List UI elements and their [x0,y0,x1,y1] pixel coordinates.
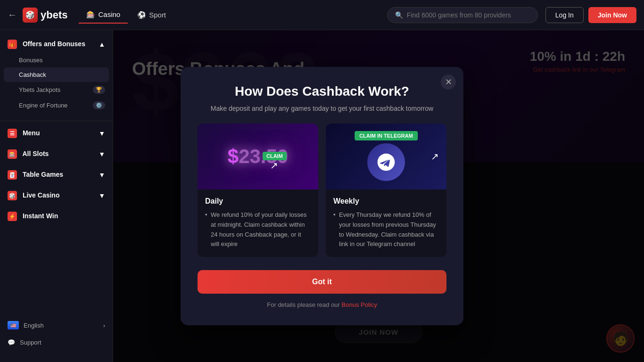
logo-icon: 🎲 [23,8,38,23]
sidebar-item-cashback[interactable]: Cashback [4,67,109,82]
casino-icon: 🎰 [86,10,95,19]
daily-type-label: Daily [205,197,311,206]
sidebar-item-fortune[interactable]: Engine of Fortune ⚙️ [0,98,113,113]
daily-card: $23.50 CLAIM ↗ Daily We refund 10% of yo… [198,123,318,257]
sport-label: Sport [149,11,166,19]
content-area: $000 Offers Bonuses And 10% in 1d : 22h … [113,30,644,362]
language-selector[interactable]: 🇺🇸 English › [0,316,113,334]
daily-card-image: $23.50 CLAIM ↗ [198,123,318,189]
sport-icon: ⚽ [137,11,146,19]
sidebar-bottom: 🇺🇸 English › 💬 Support [0,311,113,356]
weekly-card: CLAIM IN TELEGRAM ↗ Wee [326,123,446,257]
fortune-label: Engine of Fortune [19,102,67,109]
sidebar-item-bonuses[interactable]: Bonuses [0,53,113,67]
modal-close-button[interactable]: ✕ [441,74,456,90]
telegram-circle [367,143,405,181]
sidebar-section-slots: 🎰 All Slots ▼ [0,146,113,163]
jackpots-label: Ybets Jackpots [19,86,60,93]
language-flag: 🇺🇸 [8,321,19,329]
cashback-label: Cashback [19,71,46,78]
fortune-badge: ⚙️ [93,101,105,109]
join-now-button[interactable]: Join Now [588,7,636,23]
jackpots-badge: 🏆 [93,86,105,94]
got-it-button[interactable]: Got it [198,270,446,294]
slots-label: All Slots [22,150,49,157]
claim-badge: CLAIM [263,152,287,160]
sidebar-divider-1 [0,121,113,121]
live-icon: 🎲 [8,191,17,200]
search-icon: 🔍 [395,11,403,19]
sidebar: 🎁 Offers and Bonuses ▲ Bonuses Cashback … [0,30,113,362]
menu-label: Menu [23,129,40,137]
modal-title: How Does Cashback Work? [198,84,446,99]
casino-label: Casino [98,10,120,18]
nav-links: 🎰 Casino ⚽ Sport [79,7,173,24]
sidebar-section-header-live[interactable]: 🎲 Live Casino ▼ [0,187,113,204]
logo: 🎲 ybets [23,8,67,23]
search-bar[interactable]: 🔍 [387,7,538,23]
support-label: Support [20,339,41,346]
weekly-card-body: Weekly Every Thursday we refund 10% of y… [326,189,446,257]
language-label: English [24,322,44,329]
menu-icon: ☰ [8,129,17,138]
instant-label: Instant Win [23,212,58,220]
table-icon: 🃏 [8,170,17,180]
nav-link-casino[interactable]: 🎰 Casino [79,7,128,24]
sidebar-section-header-offers[interactable]: 🎁 Offers and Bonuses ▲ [0,36,113,53]
modal-subtitle: Make deposit and play any games today to… [198,105,446,112]
sidebar-item-jackpots[interactable]: Ybets Jackpots 🏆 [0,82,113,98]
chevron-down-icon-slots: ▼ [99,150,105,158]
auth-buttons: Log In Join Now [545,7,636,23]
sidebar-section-offers: 🎁 Offers and Bonuses ▲ Bonuses Cashback … [0,36,113,113]
sidebar-section-header-table[interactable]: 🃏 Table Games ▼ [0,166,113,183]
weekly-type-label: Weekly [333,197,439,206]
daily-bullet: We refund 10% of your daily losses at mi… [205,210,311,249]
support-link[interactable]: 💬 Support [0,334,113,351]
chevron-down-icon-live: ▼ [99,192,105,199]
sidebar-section-live: 🎲 Live Casino ▼ [0,187,113,204]
weekly-bullet: Every Thursday we refund 10% of your los… [333,210,439,249]
back-icon[interactable]: ← [8,9,17,20]
search-input[interactable] [407,11,529,19]
cursor-icon: ↗ [270,160,278,171]
top-navigation: ← 🎲 ybets 🎰 Casino ⚽ Sport 🔍 Log In Join… [0,0,644,30]
bonuses-label: Bonuses [19,57,43,64]
sidebar-section-menu: ☰ Menu ▼ [0,125,113,142]
modal-overlay: ✕ How Does Cashback Work? Make deposit a… [113,30,644,362]
dollar-sign: $ [228,145,239,167]
cursor-icon-weekly: ↗ [431,151,439,162]
modal-cards: $23.50 CLAIM ↗ Daily We refund 10% of yo… [198,123,446,257]
chevron-up-icon: ▲ [99,41,105,48]
sidebar-section-table: 🃏 Table Games ▼ [0,166,113,183]
slots-icon: 🎰 [8,149,17,159]
claim-telegram-badge: CLAIM IN TELEGRAM [355,131,418,140]
chevron-down-icon-table: ▼ [99,171,105,179]
sidebar-section-instant: ⚡ Instant Win [0,208,113,225]
modal-footer: For details please read our Bonus Policy [198,301,446,308]
chevron-right-icon: › [103,322,105,329]
weekly-card-image: CLAIM IN TELEGRAM ↗ [326,123,446,189]
login-button[interactable]: Log In [545,7,584,23]
footer-text: For details please read our [267,301,340,308]
instant-icon: ⚡ [8,212,17,221]
support-icon: 💬 [8,339,15,346]
sidebar-section-header-menu[interactable]: ☰ Menu ▼ [0,125,113,142]
sidebar-section-header-instant[interactable]: ⚡ Instant Win [0,208,113,225]
daily-card-body: Daily We refund 10% of your daily losses… [198,189,318,257]
offers-label: Offers and Bonuses [23,40,85,48]
sidebar-section-header-slots[interactable]: 🎰 All Slots ▼ [0,146,113,163]
table-label: Table Games [23,171,63,178]
cashback-modal: ✕ How Does Cashback Work? Make deposit a… [181,67,463,325]
live-label: Live Casino [23,191,60,199]
bonus-policy-link[interactable]: Bonus Policy [342,301,377,308]
nav-link-sport[interactable]: ⚽ Sport [130,7,173,24]
logo-text: ybets [41,9,67,21]
main-layout: 🎁 Offers and Bonuses ▲ Bonuses Cashback … [0,30,644,362]
offers-icon: 🎁 [8,40,17,49]
chevron-down-icon-menu: ▼ [99,130,105,137]
